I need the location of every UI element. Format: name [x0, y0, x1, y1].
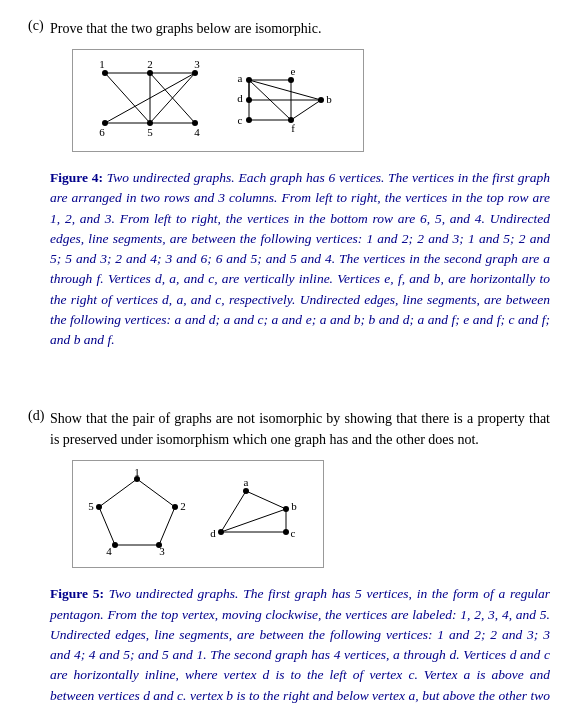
section-d-question: Show that the pair of graphs are not iso…	[50, 408, 550, 450]
svg-point-9	[102, 70, 108, 76]
svg-text:1: 1	[99, 58, 105, 70]
section-c-question: Prove that the two graphs below are isom…	[50, 18, 550, 39]
svg-text:4: 4	[106, 545, 112, 557]
svg-point-31	[246, 97, 252, 103]
svg-line-45	[99, 507, 115, 545]
graph-4-2: a d c e f b	[231, 58, 351, 143]
svg-point-63	[283, 506, 289, 512]
svg-text:1: 1	[134, 469, 140, 478]
figure-5-text: Two undirected graphs. The first graph h…	[50, 586, 550, 703]
svg-line-61	[221, 509, 286, 532]
svg-text:3: 3	[194, 58, 200, 70]
svg-point-51	[96, 504, 102, 510]
figure-5-box: 1 2 3 4 5	[72, 460, 324, 568]
svg-text:a: a	[244, 476, 249, 488]
section-d: (d) Show that the pair of graphs are not…	[28, 408, 550, 703]
figure-4-text: Two undirected graphs. Each graph has 6 …	[50, 170, 550, 347]
svg-point-11	[192, 70, 198, 76]
svg-text:d: d	[210, 527, 216, 539]
svg-point-32	[246, 117, 252, 123]
svg-line-46	[99, 479, 137, 507]
svg-point-48	[172, 504, 178, 510]
svg-point-62	[243, 488, 249, 494]
svg-text:d: d	[237, 92, 243, 104]
svg-text:2: 2	[180, 500, 186, 512]
figure-4-box: 1 2 3 6 5 4	[72, 49, 364, 152]
svg-text:2: 2	[147, 58, 153, 70]
svg-text:c: c	[291, 527, 296, 539]
svg-text:3: 3	[159, 545, 165, 557]
svg-point-50	[112, 542, 118, 548]
svg-text:a: a	[238, 72, 243, 84]
svg-text:4: 4	[194, 126, 200, 138]
figure-5-label: Figure 5:	[50, 586, 104, 601]
svg-text:f: f	[291, 122, 295, 134]
section-c-label: (c)	[28, 18, 50, 34]
svg-line-43	[159, 507, 175, 545]
svg-point-65	[218, 529, 224, 535]
svg-text:b: b	[326, 93, 332, 105]
graph-5-1: 1 2 3 4 5	[85, 469, 190, 559]
svg-line-59	[221, 491, 246, 532]
svg-line-42	[137, 479, 175, 507]
svg-text:b: b	[291, 500, 297, 512]
svg-text:c: c	[238, 114, 243, 126]
graph-5-2: a b c d	[206, 469, 311, 559]
svg-text:5: 5	[88, 500, 94, 512]
figure-5-caption: Figure 5: Two undirected graphs. The fir…	[50, 584, 550, 703]
svg-text:5: 5	[147, 126, 153, 138]
svg-point-35	[318, 97, 324, 103]
svg-line-57	[246, 491, 286, 509]
svg-point-30	[246, 77, 252, 83]
svg-point-33	[288, 77, 294, 83]
figure-4-caption: Figure 4: Two undirected graphs. Each gr…	[50, 168, 550, 350]
svg-text:e: e	[291, 65, 296, 77]
svg-text:6: 6	[99, 126, 105, 138]
svg-line-2	[105, 73, 150, 123]
section-d-label: (d)	[28, 408, 50, 424]
svg-line-29	[291, 100, 321, 120]
figure-4-label: Figure 4:	[50, 170, 103, 185]
section-c: (c) Prove that the two graphs below are …	[28, 18, 550, 350]
svg-point-64	[283, 529, 289, 535]
svg-point-10	[147, 70, 153, 76]
graph-4-1: 1 2 3 6 5 4	[85, 58, 215, 143]
